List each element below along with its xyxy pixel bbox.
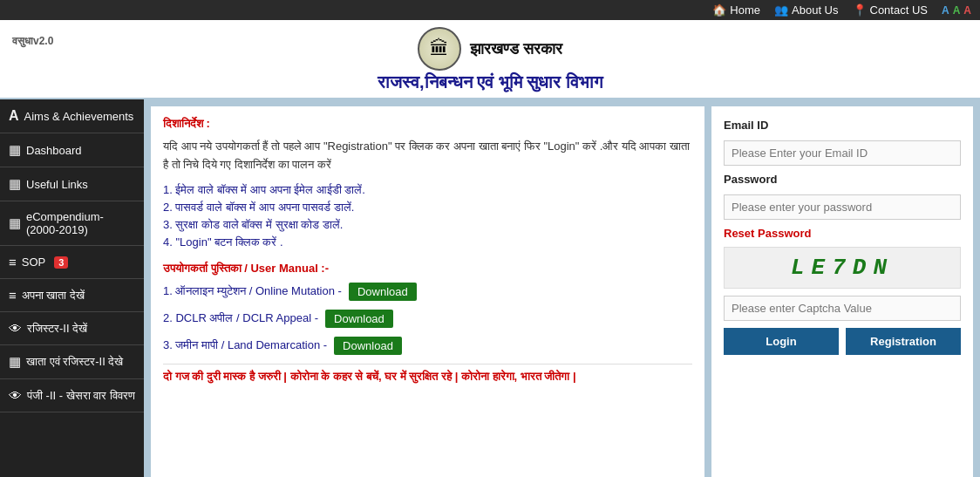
- captcha-input[interactable]: [724, 296, 961, 321]
- step-1: 1. ईमेल वाले बॉक्स में आप अपना ईमेल आईडी…: [163, 183, 692, 197]
- download-btn-0[interactable]: Download: [349, 283, 417, 301]
- step-2: 2. पासवर्ड वाले बॉक्स में आप अपना पासवर्…: [163, 201, 692, 215]
- font-size-green[interactable]: A: [953, 4, 961, 17]
- register-ii-icon: 👁: [9, 321, 22, 336]
- sidebar-item-useful-links[interactable]: ▦ Useful Links: [0, 167, 144, 201]
- manual-item-0: 1. ऑनलाइन म्युटेशन / Online Mutation - D…: [163, 283, 692, 301]
- government-emblem: 🏛: [418, 27, 461, 71]
- marquee-text: दो गज की दुरी मास्क है जरुरी | कोरोना के…: [163, 370, 576, 384]
- login-button[interactable]: Login: [724, 328, 839, 355]
- contact-icon: 📍: [853, 3, 867, 17]
- sidebar-item-ecompendium[interactable]: ▦ eCompendium-(2000-2019): [0, 201, 144, 246]
- manual-label-2: 3. जमीन मापी / Land Demarcation -: [163, 338, 327, 352]
- sidebar-item-label: Aims & Achievements: [24, 110, 134, 123]
- nav-contact[interactable]: 📍 Contact US: [853, 3, 928, 17]
- about-icon: 👥: [774, 3, 788, 17]
- sop-icon: ≡: [9, 255, 17, 269]
- download-btn-1[interactable]: Download: [325, 310, 393, 328]
- sidebar-item-panji[interactable]: 👁 पंजी -II - खेसरा वार विवरण: [0, 379, 144, 412]
- reset-password-link[interactable]: Reset Password: [724, 227, 961, 240]
- sidebar-item-label: अपना खाता देखें: [22, 289, 85, 303]
- login-panel: Email ID Password Reset Password LE7DN L…: [711, 106, 973, 477]
- manual-label-0: 1. ऑनलाइन म्युटेशन / Online Mutation -: [163, 284, 342, 298]
- marquee-bar: दो गज की दुरी मास्क है जरुरी | कोरोना के…: [163, 364, 692, 389]
- home-icon: 🏠: [712, 3, 726, 17]
- vasudha-logo: वसुधाv2.0: [12, 31, 53, 49]
- sop-badge: 3: [54, 256, 68, 269]
- directions-title: दिशानिर्देश :: [163, 117, 692, 131]
- sidebar-item-label: रजिस्टर-II देखें: [27, 322, 87, 336]
- aims-icon: A: [9, 108, 19, 124]
- sidebar: A Aims & Achievements ▦ Dashboard ▦ Usef…: [0, 99, 144, 477]
- khata-register-icon: ▦: [9, 354, 21, 370]
- step-4: 4. "Login" बटन क्लिक करें .: [163, 235, 692, 249]
- header-title-hindi: झारखण्ड सरकार: [470, 40, 562, 58]
- password-input[interactable]: [724, 194, 961, 220]
- email-input[interactable]: [724, 140, 961, 166]
- user-manual-title: उपयोगकर्ता पुस्तिका / User Manual :-: [163, 262, 692, 276]
- manual-label-1: 2. DCLR अपील / DCLR Appeal -: [163, 311, 318, 325]
- font-size-blue[interactable]: A: [942, 4, 949, 17]
- font-size-controls: A A A: [942, 4, 971, 17]
- sidebar-item-khata-register[interactable]: ▦ खाता एवं रजिस्टर-II देखे: [0, 345, 144, 379]
- sidebar-item-aims[interactable]: A Aims & Achievements: [0, 99, 144, 133]
- sidebar-item-register-ii[interactable]: 👁 रजिस्टर-II देखें: [0, 312, 144, 345]
- sidebar-item-label: पंजी -II - खेसरा वार विवरण: [27, 389, 135, 403]
- nav-home[interactable]: 🏠 Home: [712, 3, 760, 17]
- ecompendium-icon: ▦: [9, 215, 21, 231]
- sidebar-item-dashboard[interactable]: ▦ Dashboard: [0, 133, 144, 167]
- sidebar-item-label: खाता एवं रजिस्टर-II देखे: [26, 355, 123, 369]
- font-size-red[interactable]: A: [963, 4, 971, 17]
- manual-item-1: 2. DCLR अपील / DCLR Appeal - Download: [163, 310, 692, 328]
- register-button[interactable]: Registration: [846, 328, 961, 355]
- captcha-image: LE7DN: [724, 247, 961, 289]
- sidebar-item-label: Dashboard: [26, 144, 82, 157]
- nav-about[interactable]: 👥 About Us: [774, 3, 838, 17]
- sidebar-item-apna-khata[interactable]: ≡ अपना खाता देखें: [0, 279, 144, 312]
- sidebar-item-sop[interactable]: ≡ SOP 3: [0, 246, 144, 279]
- useful-links-icon: ▦: [9, 176, 21, 192]
- apna-khata-icon: ≡: [9, 288, 17, 303]
- sidebar-item-label: eCompendium-(2000-2019): [26, 210, 135, 236]
- main-layout: A Aims & Achievements ▦ Dashboard ▦ Usef…: [0, 99, 980, 477]
- step-3: 3. सुरक्षा कोड वाले बॉक्स में सुरक्षा को…: [163, 218, 692, 232]
- top-navbar: 🏠 Home 👥 About Us 📍 Contact US A A A: [0, 0, 980, 20]
- login-buttons: Login Registration: [724, 328, 961, 355]
- main-content: दिशानिर्देश : यदि आप नये उपयोगकर्ता हैं …: [151, 106, 704, 477]
- download-btn-2[interactable]: Download: [334, 337, 402, 355]
- panji-icon: 👁: [9, 388, 22, 403]
- manual-item-2: 3. जमीन मापी / Land Demarcation - Downlo…: [163, 337, 692, 355]
- dashboard-icon: ▦: [9, 142, 21, 158]
- content-area: दिशानिर्देश : यदि आप नये उपयोगकर्ता हैं …: [144, 99, 980, 477]
- directions-body: यदि आप नये उपयोगकर्ता हैं तो पहले आप "Re…: [163, 138, 692, 174]
- sidebar-item-label: Useful Links: [26, 178, 88, 191]
- sidebar-item-label: SOP: [22, 256, 45, 269]
- header: वसुधाv2.0 🏛 झारखण्ड सरकार राजस्व,निबन्धन…: [0, 20, 980, 99]
- password-label: Password: [724, 173, 961, 186]
- header-subtitle: राजस्व,निबन्धन एवं भूमि सुधार विभाग: [378, 72, 602, 92]
- email-label: Email ID: [724, 119, 961, 132]
